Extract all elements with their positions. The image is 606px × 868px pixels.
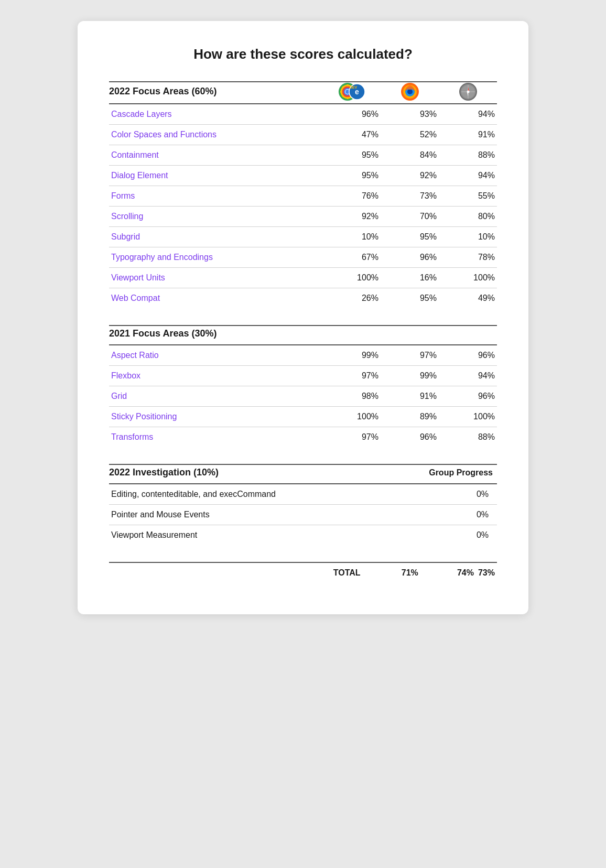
score-safari: 100% xyxy=(439,268,497,288)
total-score-3: 73% xyxy=(476,562,497,583)
section-2022-investigation: 2022 Investigation (10%) Group Progress … xyxy=(109,464,497,545)
score-firefox: 97% xyxy=(381,345,439,366)
score-firefox: 93% xyxy=(381,104,439,125)
section-2021-label: 2021 Focus Areas (30%) xyxy=(109,326,322,345)
score-chrome: 92% xyxy=(322,207,381,227)
table-row: Aspect Ratio 99% 97% 96% xyxy=(109,345,497,366)
table-row: Pointer and Mouse Events 0% xyxy=(109,505,497,525)
table-row: Transforms 97% 96% 88% xyxy=(109,427,497,448)
investigation-item-name: Pointer and Mouse Events xyxy=(109,505,385,525)
table-row: Typography and Encodings 67% 96% 78% xyxy=(109,247,497,268)
feature-name[interactable]: Color Spaces and Functions xyxy=(109,125,322,145)
total-table: TOTAL 71% 74% 73% xyxy=(109,562,497,583)
score-chrome: 99% xyxy=(322,345,381,366)
table-row: Scrolling 92% 70% 80% xyxy=(109,207,497,227)
score-safari: 80% xyxy=(439,207,497,227)
section-2022-label: 2022 Focus Areas (60%) xyxy=(109,82,322,104)
table-row: Dialog Element 95% 92% 94% xyxy=(109,166,497,186)
table-row: Grid 98% 91% 96% xyxy=(109,386,497,407)
score-chrome: 26% xyxy=(322,288,381,309)
score-chrome: 100% xyxy=(322,268,381,288)
score-firefox: 16% xyxy=(381,268,439,288)
score-firefox: 92% xyxy=(381,166,439,186)
chrome-icon-header: e DEV xyxy=(322,82,381,104)
feature-name[interactable]: Subgrid xyxy=(109,227,322,247)
table-row: Editing, contenteditable, and execComman… xyxy=(109,484,497,505)
table-row: Web Compat 26% 95% 49% xyxy=(109,288,497,309)
score-safari: 10% xyxy=(439,227,497,247)
feature-name[interactable]: Viewport Units xyxy=(109,268,322,288)
investigation-table: 2022 Investigation (10%) Group Progress … xyxy=(109,464,497,545)
chrome-edge-icon: e DEV xyxy=(338,82,365,101)
investigation-score: 0% xyxy=(385,525,497,546)
main-card: How are these scores calculated? 2022 Fo… xyxy=(78,21,528,614)
table-row: Flexbox 97% 99% 94% xyxy=(109,366,497,386)
table-row: Color Spaces and Functions 47% 52% 91% xyxy=(109,125,497,145)
score-safari: 88% xyxy=(439,145,497,166)
score-safari: 96% xyxy=(439,386,497,407)
section-2021-focus: 2021 Focus Areas (30%) Aspect Ratio 99% … xyxy=(109,325,497,447)
focus-2021-table: 2021 Focus Areas (30%) Aspect Ratio 99% … xyxy=(109,325,497,447)
score-safari: 94% xyxy=(439,166,497,186)
feature-name[interactable]: Grid xyxy=(109,386,322,407)
firefox-icon xyxy=(401,82,419,101)
score-firefox: 73% xyxy=(381,186,439,207)
feature-name[interactable]: Dialog Element xyxy=(109,166,322,186)
score-safari: 94% xyxy=(439,366,497,386)
table-row: Cascade Layers 96% 93% 94% xyxy=(109,104,497,125)
score-safari: 91% xyxy=(439,125,497,145)
score-firefox: 70% xyxy=(381,207,439,227)
feature-name[interactable]: Aspect Ratio xyxy=(109,345,322,366)
total-row: TOTAL 71% 74% 73% xyxy=(109,562,497,583)
investigation-item-name: Viewport Measurement xyxy=(109,525,385,546)
score-firefox: 96% xyxy=(381,247,439,268)
section-investigation-label: 2022 Investigation (10%) xyxy=(109,464,385,484)
table-row: Sticky Positioning 100% 89% 100% xyxy=(109,407,497,427)
score-chrome: 10% xyxy=(322,227,381,247)
score-chrome: 100% xyxy=(322,407,381,427)
feature-name[interactable]: Cascade Layers xyxy=(109,104,322,125)
score-chrome: 98% xyxy=(322,386,381,407)
score-firefox: 91% xyxy=(381,386,439,407)
page-title: How are these scores calculated? xyxy=(109,46,497,62)
section-2022-focus: 2022 Focus Areas (60%) xyxy=(109,81,497,308)
safari-icon-header xyxy=(439,82,497,104)
table-row: Viewport Measurement 0% xyxy=(109,525,497,546)
feature-name[interactable]: Web Compat xyxy=(109,288,322,309)
score-firefox: 95% xyxy=(381,227,439,247)
investigation-score: 0% xyxy=(385,505,497,525)
score-firefox: 52% xyxy=(381,125,439,145)
score-chrome: 76% xyxy=(322,186,381,207)
score-chrome: 47% xyxy=(322,125,381,145)
score-safari: 94% xyxy=(439,104,497,125)
svg-point-11 xyxy=(407,89,413,94)
score-safari: 96% xyxy=(439,345,497,366)
feature-name[interactable]: Scrolling xyxy=(109,207,322,227)
investigation-body: Editing, contenteditable, and execComman… xyxy=(109,484,497,545)
investigation-header-row: 2022 Investigation (10%) Group Progress xyxy=(109,464,497,484)
svg-point-19 xyxy=(467,91,469,93)
feature-name[interactable]: Forms xyxy=(109,186,322,207)
table-row: Forms 76% 73% 55% xyxy=(109,186,497,207)
investigation-item-name: Editing, contenteditable, and execComman… xyxy=(109,484,385,505)
score-chrome: 67% xyxy=(322,247,381,268)
score-firefox: 96% xyxy=(381,427,439,448)
feature-name[interactable]: Transforms xyxy=(109,427,322,448)
focus-2021-body: Aspect Ratio 99% 97% 96% Flexbox 97% 99%… xyxy=(109,345,497,447)
total-label: TOTAL xyxy=(308,562,365,583)
score-firefox: 84% xyxy=(381,145,439,166)
feature-name[interactable]: Containment xyxy=(109,145,322,166)
score-firefox: 99% xyxy=(381,366,439,386)
feature-name[interactable]: Sticky Positioning xyxy=(109,407,322,427)
score-safari: 100% xyxy=(439,407,497,427)
score-safari: 78% xyxy=(439,247,497,268)
score-chrome: 97% xyxy=(322,427,381,448)
feature-name[interactable]: Flexbox xyxy=(109,366,322,386)
score-chrome: 96% xyxy=(322,104,381,125)
feature-name[interactable]: Typography and Encodings xyxy=(109,247,322,268)
score-chrome: 95% xyxy=(322,166,381,186)
score-safari: 88% xyxy=(439,427,497,448)
score-chrome: 95% xyxy=(322,145,381,166)
firefox-icon-header xyxy=(381,82,439,104)
score-firefox: 89% xyxy=(381,407,439,427)
